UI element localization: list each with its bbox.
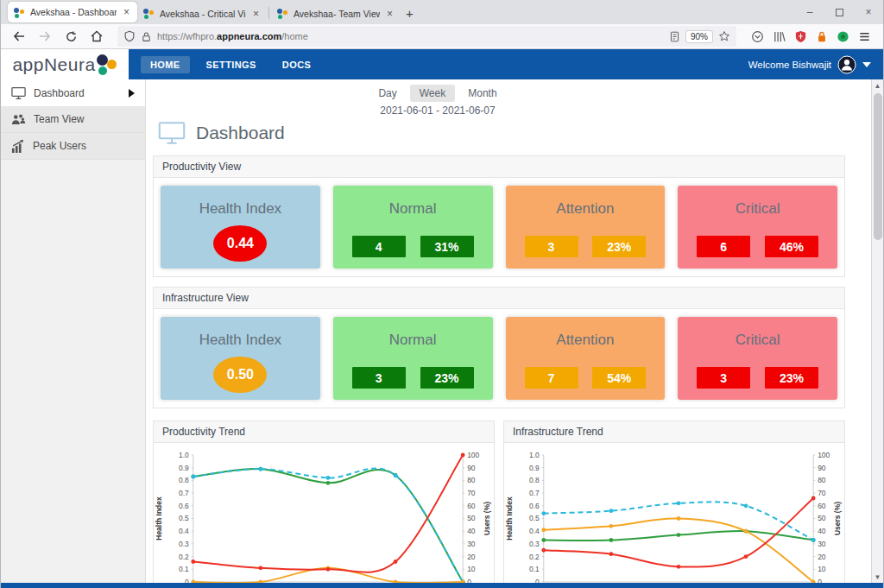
browser-tab-dashboard[interactable]: Avekshaa - Dashboard × — [8, 2, 137, 22]
critical-card: Critical 6 46% — [678, 186, 837, 269]
critical-card: Critical 3 23% — [678, 317, 837, 400]
svg-text:0.5: 0.5 — [179, 514, 189, 522]
tab-close-icon[interactable]: × — [251, 8, 261, 20]
tab-bar: Avekshaa - Dashboard × Avekshaa - Critic… — [1, 0, 883, 24]
panel-title: Productivity View — [154, 156, 844, 178]
percent-badge: 31% — [420, 236, 474, 257]
svg-text:70: 70 — [818, 489, 826, 497]
svg-text:0.4: 0.4 — [179, 527, 189, 535]
minimize-button[interactable]: – — [795, 0, 824, 24]
maximize-button[interactable] — [824, 0, 854, 24]
svg-text:0.8: 0.8 — [179, 476, 189, 484]
forward-button[interactable] — [34, 26, 56, 47]
card-title: Critical — [678, 317, 837, 349]
svg-text:0.2: 0.2 — [529, 553, 540, 561]
page-scrollbar[interactable]: ▲ ▼ — [871, 79, 883, 583]
nav-home[interactable]: HOME — [141, 56, 190, 73]
normal-card: Normal 3 23% — [333, 317, 493, 400]
svg-text:90: 90 — [467, 464, 476, 472]
pocket-icon[interactable] — [751, 30, 764, 43]
growth-chart-icon — [11, 140, 25, 153]
nav-settings[interactable]: SETTINGS — [197, 56, 266, 73]
count-badge: 3 — [525, 236, 578, 257]
browser-tab-team-view[interactable]: Avekshaa- Team View × — [271, 3, 401, 24]
tab-close-icon[interactable]: × — [122, 6, 131, 18]
address-bar[interactable]: https://wfhpro.appneura.com/home 90% — [118, 27, 736, 46]
svg-text:0.1: 0.1 — [529, 565, 540, 573]
tracking-shield-icon[interactable] — [123, 30, 136, 42]
library-icon[interactable] — [773, 30, 786, 43]
svg-text:Health Index: Health Index — [505, 496, 514, 541]
sidebar-item-team-view[interactable]: Team View — [1, 106, 145, 133]
expand-arrow-icon[interactable] — [129, 89, 135, 98]
svg-text:10: 10 — [818, 565, 826, 573]
count-badge: 3 — [352, 367, 406, 389]
new-tab-button[interactable]: + — [401, 6, 422, 24]
bookmark-star-icon[interactable] — [718, 30, 730, 42]
site-favicon — [277, 8, 288, 19]
home-button[interactable] — [85, 26, 108, 47]
site-favicon — [143, 8, 155, 19]
toggle-day[interactable]: Day — [369, 85, 406, 102]
tab-title: Avekshaa- Team View — [294, 9, 380, 19]
chart-title: Productivity Trend — [154, 421, 494, 443]
extension-shield-icon[interactable] — [794, 30, 807, 43]
zoom-level-badge[interactable]: 90% — [685, 30, 713, 43]
productivity-trend-chart: 000.1100.2200.3300.4400.5500.6600.7700.8… — [154, 443, 494, 583]
svg-text:60: 60 — [818, 502, 826, 510]
scroll-down-icon[interactable]: ▼ — [872, 571, 883, 583]
svg-text:70: 70 — [467, 489, 476, 497]
extension-circle-icon[interactable] — [837, 30, 849, 43]
percent-badge: 23% — [420, 367, 474, 389]
svg-text:0.6: 0.6 — [179, 502, 189, 510]
forward-icon — [38, 29, 52, 43]
logo-dots-icon — [97, 54, 117, 76]
svg-text:20: 20 — [467, 553, 476, 561]
sidebar: Dashboard Team View Peak Users — [1, 79, 146, 583]
menu-icon[interactable] — [858, 30, 871, 43]
card-title: Normal — [333, 317, 493, 349]
svg-text:100: 100 — [467, 451, 479, 459]
svg-text:20: 20 — [818, 553, 826, 561]
scroll-up-icon[interactable]: ▲ — [872, 79, 883, 92]
svg-text:1.0: 1.0 — [529, 451, 540, 459]
close-window-button[interactable]: × — [854, 0, 883, 24]
svg-text:80: 80 — [467, 476, 476, 484]
panel-title: Infrastructure View — [154, 288, 844, 309]
percent-badge: 54% — [592, 367, 646, 389]
sidebar-item-peak-users[interactable]: Peak Users — [1, 133, 145, 160]
team-icon — [11, 113, 26, 126]
health-index-badge: 0.50 — [213, 357, 267, 393]
page-title-row: Dashboard — [153, 120, 845, 146]
browser-tab-critical-view[interactable]: Avekshaa - Critical View × — [137, 3, 267, 24]
url-text[interactable]: https://wfhpro.appneura.com/home — [157, 31, 664, 41]
health-index-card: Health Index 0.44 — [161, 186, 320, 269]
svg-text:0.7: 0.7 — [179, 489, 189, 497]
svg-text:0.3: 0.3 — [179, 540, 189, 548]
svg-text:0.9: 0.9 — [179, 464, 189, 472]
user-menu[interactable]: Welcome Bishwajit — [748, 55, 871, 74]
reload-button[interactable] — [60, 26, 82, 47]
sidebar-item-dashboard[interactable]: Dashboard — [1, 79, 145, 106]
count-badge: 6 — [697, 236, 750, 257]
svg-text:0.1: 0.1 — [179, 565, 189, 573]
browser-toolbar: https://wfhpro.appneura.com/home 90% — [1, 24, 883, 49]
nav-docs[interactable]: DOCS — [273, 56, 320, 73]
toggle-month[interactable]: Month — [458, 85, 506, 102]
infrastructure-trend-panel: Infrastructure Trend 000.1100.2200.3300.… — [503, 420, 845, 583]
lock-icon[interactable] — [141, 31, 152, 42]
back-button[interactable] — [8, 26, 30, 47]
productivity-trend-panel: Productivity Trend 000.1100.2200.3300.44… — [153, 420, 495, 583]
svg-text:0.5: 0.5 — [529, 514, 540, 522]
scrollbar-thumb[interactable] — [874, 93, 882, 240]
reader-mode-icon[interactable] — [669, 31, 680, 42]
top-nav: HOME SETTINGS DOCS Welcome Bishwajit — [129, 49, 883, 79]
card-title: Attention — [506, 186, 666, 218]
tab-close-icon[interactable]: × — [385, 8, 395, 20]
svg-text:80: 80 — [818, 476, 826, 484]
percent-badge: 46% — [765, 236, 818, 257]
avatar-icon — [837, 55, 856, 74]
toggle-week[interactable]: Week — [410, 85, 455, 102]
extension-lock-icon[interactable] — [816, 30, 828, 43]
infrastructure-view-panel: Infrastructure View Health Index 0.50 No… — [153, 287, 845, 408]
